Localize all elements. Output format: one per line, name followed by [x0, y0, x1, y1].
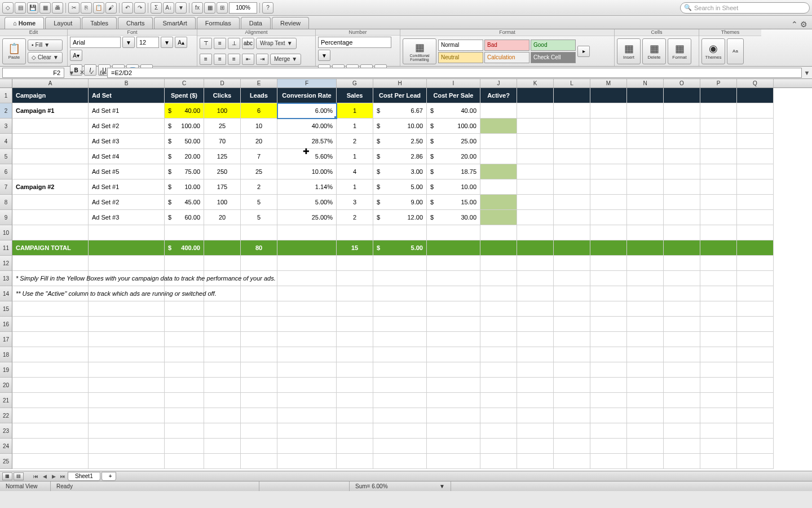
row-header-2[interactable]: 2: [0, 103, 12, 119]
row-header-16[interactable]: 16: [0, 317, 12, 332]
cell[interactable]: [89, 301, 165, 317]
col-header-A[interactable]: A: [12, 79, 89, 87]
cell-spent[interactable]: $50.00: [165, 134, 204, 149]
cell[interactable]: [337, 317, 373, 332]
cell[interactable]: [627, 240, 664, 256]
cell[interactable]: [277, 286, 337, 301]
col-header-D[interactable]: D: [204, 79, 241, 87]
cell[interactable]: [337, 332, 373, 347]
paste-icon[interactable]: 📋: [93, 2, 104, 14]
cell[interactable]: [480, 240, 517, 256]
col-header-E[interactable]: E: [241, 79, 277, 87]
cell-spent[interactable]: $40.00: [165, 103, 204, 119]
cell[interactable]: [204, 301, 241, 317]
align-left-button[interactable]: ≡: [200, 54, 212, 65]
cell[interactable]: [373, 332, 427, 347]
row-header-9[interactable]: 9: [0, 210, 12, 225]
cell[interactable]: [627, 88, 664, 103]
tab-data[interactable]: Data: [241, 17, 271, 29]
col-header-K[interactable]: K: [517, 79, 554, 87]
header-cell[interactable]: Cost Per Sale: [427, 88, 480, 103]
cell[interactable]: [664, 240, 700, 256]
cell[interactable]: [664, 423, 700, 439]
row-header-21[interactable]: 21: [0, 393, 12, 408]
cell[interactable]: [241, 286, 277, 301]
cell[interactable]: [277, 378, 337, 393]
cell[interactable]: [517, 439, 554, 454]
cell[interactable]: [89, 240, 165, 256]
cell[interactable]: [700, 210, 737, 225]
cell[interactable]: [554, 149, 590, 164]
cell[interactable]: [590, 378, 627, 393]
cell-note[interactable]: * Simply Fill in the Yellow Boxes with y…: [12, 271, 89, 286]
fonts-theme-button[interactable]: Aa: [727, 38, 744, 64]
cell[interactable]: [517, 164, 554, 179]
cell[interactable]: [554, 423, 590, 439]
cell[interactable]: [480, 362, 517, 378]
cell-adset[interactable]: Ad Set #3: [89, 134, 165, 149]
cell[interactable]: [480, 454, 517, 469]
cell[interactable]: [165, 362, 204, 378]
row-header-25[interactable]: 25: [0, 454, 12, 469]
cell-cpl[interactable]: $5.00: [373, 179, 427, 195]
cell[interactable]: [627, 378, 664, 393]
cell-conversion[interactable]: 40.00%: [277, 119, 337, 134]
cell[interactable]: [627, 301, 664, 317]
shrink-font-button[interactable]: A▾: [70, 50, 82, 61]
name-box[interactable]: F2: [2, 68, 64, 78]
cell[interactable]: [554, 210, 590, 225]
cell[interactable]: [700, 423, 737, 439]
cell[interactable]: [590, 454, 627, 469]
filter-icon[interactable]: ▼: [175, 2, 187, 14]
font-name-select[interactable]: Arial: [70, 37, 121, 48]
cell-spent[interactable]: $45.00: [165, 195, 204, 210]
cell[interactable]: [89, 225, 165, 240]
next-sheet-button[interactable]: ▶: [50, 472, 58, 480]
cell[interactable]: [554, 362, 590, 378]
cell[interactable]: [204, 408, 241, 423]
cell-cpl[interactable]: $3.00: [373, 164, 427, 179]
cell[interactable]: [700, 317, 737, 332]
cell[interactable]: [737, 317, 774, 332]
row-header-6[interactable]: 6: [0, 164, 12, 179]
zoom-level[interactable]: 100%: [229, 2, 257, 14]
cell-cpl[interactable]: $12.00: [373, 210, 427, 225]
cell[interactable]: [165, 332, 204, 347]
cell[interactable]: [373, 225, 427, 240]
grow-font-button[interactable]: A▴: [175, 37, 187, 48]
header-cell[interactable]: Campaign: [12, 88, 89, 103]
cell[interactable]: [700, 408, 737, 423]
cell[interactable]: [700, 256, 737, 271]
style-calculation[interactable]: Calculation: [484, 52, 529, 63]
cell[interactable]: [554, 408, 590, 423]
cell[interactable]: [664, 378, 700, 393]
tab-charts[interactable]: Charts: [118, 17, 153, 29]
fill-button[interactable]: ▪Fill▼: [28, 40, 63, 51]
cell[interactable]: [700, 240, 737, 256]
cell[interactable]: [89, 439, 165, 454]
cell[interactable]: [165, 439, 204, 454]
cell[interactable]: [89, 347, 165, 362]
cell[interactable]: [590, 225, 627, 240]
cell[interactable]: [590, 164, 627, 179]
align-top-button[interactable]: ⊤: [200, 38, 212, 49]
cell[interactable]: [373, 362, 427, 378]
cell[interactable]: [517, 225, 554, 240]
cell[interactable]: [337, 286, 373, 301]
row-header-12[interactable]: 12: [0, 256, 12, 271]
cell-cps[interactable]: $10.00: [427, 179, 480, 195]
cell[interactable]: [554, 439, 590, 454]
cell[interactable]: [664, 271, 700, 286]
cell[interactable]: [554, 256, 590, 271]
cell[interactable]: [241, 332, 277, 347]
cell[interactable]: [12, 393, 89, 408]
cell[interactable]: [427, 454, 480, 469]
cell-spent[interactable]: $100.00: [165, 119, 204, 134]
cell[interactable]: [337, 408, 373, 423]
cell[interactable]: [737, 301, 774, 317]
cell[interactable]: [427, 271, 480, 286]
wrap-text-button[interactable]: Wrap Text▼: [256, 38, 297, 49]
cell[interactable]: [664, 103, 700, 119]
cell[interactable]: [480, 332, 517, 347]
col-header-M[interactable]: M: [590, 79, 627, 87]
